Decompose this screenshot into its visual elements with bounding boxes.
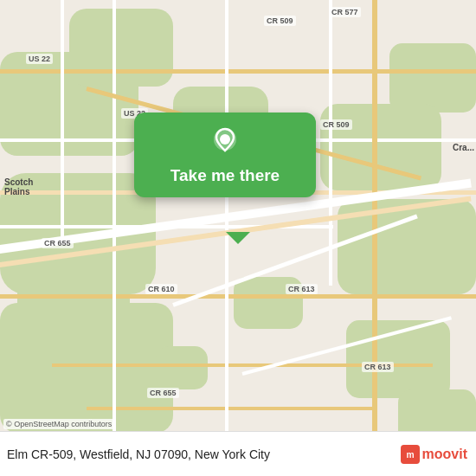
- road-label-cr655a: CR 655: [42, 238, 74, 248]
- bottom-bar: Elm CR-509, Westfield, NJ 07090, New Yor…: [0, 431, 476, 476]
- green-area: [389, 43, 476, 113]
- popup-button-label: Take me there: [170, 166, 280, 185]
- road-label-cr610: CR 610: [145, 284, 177, 294]
- road-label-cr613a: CR 613: [286, 284, 318, 294]
- moovit-logo-icon: m: [401, 445, 420, 464]
- road-label-cr577: CR 577: [329, 7, 361, 17]
- svg-point-1: [220, 134, 230, 145]
- road: [329, 0, 332, 286]
- popup-arrow: [226, 232, 250, 244]
- road-label-cr655b: CR 655: [147, 388, 179, 398]
- road-label-cr509a: CR 509: [264, 16, 296, 26]
- green-area: [69, 9, 173, 87]
- map-attribution: © OpenStreetMap contributors: [3, 419, 114, 429]
- road-label-cr509b: CR 509: [320, 119, 352, 130]
- green-area: [0, 303, 173, 433]
- place-label-cranford: Cra...: [453, 143, 474, 152]
- road: [0, 69, 476, 74]
- road: [113, 0, 116, 476]
- road: [87, 407, 372, 410]
- place-label-scotch-plains: ScotchPlains: [4, 177, 33, 196]
- map-container: CR 577 US 22 US 22 CR 509 CR 509 CR 610 …: [0, 0, 476, 476]
- city-text: New York City: [195, 447, 270, 461]
- moovit-text: moovit: [422, 447, 467, 462]
- road: [372, 0, 377, 476]
- location-pin-icon: [209, 126, 241, 158]
- road: [0, 294, 476, 299]
- take-me-there-button[interactable]: Take me there: [134, 113, 316, 197]
- address-text: Elm CR-509, Westfield, NJ 07090,: [7, 447, 191, 461]
- road-label-cr613b: CR 613: [362, 362, 394, 372]
- moovit-logo: m moovit: [401, 445, 467, 464]
- green-area: [320, 104, 441, 190]
- address-label: Elm CR-509, Westfield, NJ 07090, New Yor…: [7, 447, 270, 461]
- road-label-us22a: US 22: [26, 54, 53, 64]
- green-area: [156, 346, 208, 389]
- road: [61, 0, 64, 238]
- svg-text:m: m: [406, 450, 414, 460]
